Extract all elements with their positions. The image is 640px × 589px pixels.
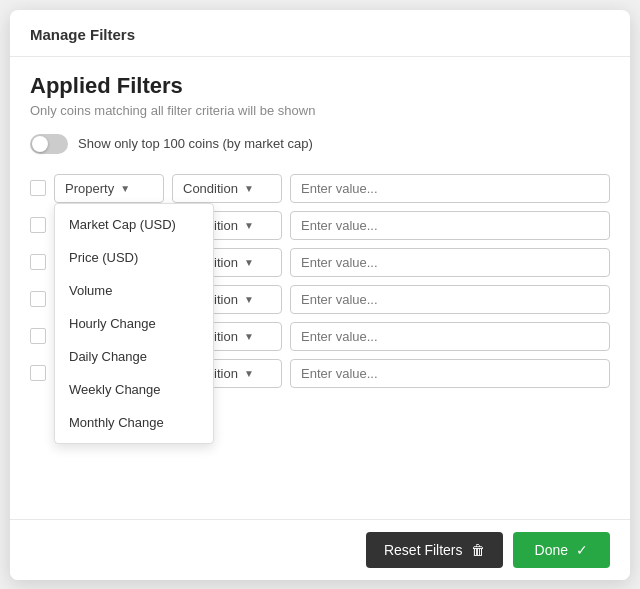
- toggle-row: Show only top 100 coins (by market cap): [30, 134, 610, 154]
- modal-footer: Reset Filters 🗑 Done ✓: [10, 519, 630, 580]
- condition-select-1-label: Condition: [183, 181, 238, 196]
- condition-caret-6: ▼: [244, 368, 254, 379]
- top-coins-toggle[interactable]: [30, 134, 68, 154]
- filter-checkbox-3[interactable]: [30, 254, 46, 270]
- dropdown-item-market-cap[interactable]: Market Cap (USD): [55, 208, 213, 241]
- condition-caret-5: ▼: [244, 331, 254, 342]
- property-caret-1: ▼: [120, 183, 130, 194]
- filter-checkbox-1[interactable]: [30, 180, 46, 196]
- dropdown-item-daily-change[interactable]: Daily Change: [55, 340, 213, 373]
- reset-filters-label: Reset Filters: [384, 542, 463, 558]
- done-label: Done: [535, 542, 568, 558]
- modal-header: Manage Filters: [10, 10, 630, 57]
- value-input-6[interactable]: [290, 359, 610, 388]
- checkmark-icon: ✓: [576, 542, 588, 558]
- reset-filters-button[interactable]: Reset Filters 🗑: [366, 532, 503, 568]
- property-dropdown-menu: Market Cap (USD) Price (USD) Volume Hour…: [54, 203, 214, 444]
- trash-icon: 🗑: [471, 542, 485, 558]
- value-input-1[interactable]: [290, 174, 610, 203]
- toggle-knob: [32, 136, 48, 152]
- dropdown-item-price[interactable]: Price (USD): [55, 241, 213, 274]
- modal-body: Applied Filters Only coins matching all …: [10, 57, 630, 519]
- condition-caret-3: ▼: [244, 257, 254, 268]
- property-select-1[interactable]: Property ▼: [54, 174, 164, 203]
- value-input-4[interactable]: [290, 285, 610, 314]
- condition-caret-2: ▼: [244, 220, 254, 231]
- modal-title: Manage Filters: [30, 26, 135, 43]
- filter-checkbox-6[interactable]: [30, 365, 46, 381]
- dropdown-item-monthly-change[interactable]: Monthly Change: [55, 406, 213, 439]
- value-input-2[interactable]: [290, 211, 610, 240]
- value-input-3[interactable]: [290, 248, 610, 277]
- condition-caret-1: ▼: [244, 183, 254, 194]
- done-button[interactable]: Done ✓: [513, 532, 610, 568]
- condition-caret-4: ▼: [244, 294, 254, 305]
- toggle-label: Show only top 100 coins (by market cap): [78, 136, 313, 151]
- manage-filters-modal: Manage Filters Applied Filters Only coin…: [10, 10, 630, 580]
- applied-filters-subtitle: Only coins matching all filter criteria …: [30, 103, 610, 118]
- dropdown-item-volume[interactable]: Volume: [55, 274, 213, 307]
- dropdown-item-weekly-change[interactable]: Weekly Change: [55, 373, 213, 406]
- property-dropdown-wrapper-1: Property ▼ Market Cap (USD) Price (USD) …: [54, 174, 164, 203]
- filter-checkbox-4[interactable]: [30, 291, 46, 307]
- property-select-1-label: Property: [65, 181, 114, 196]
- condition-select-1[interactable]: Condition ▼: [172, 174, 282, 203]
- filter-checkbox-2[interactable]: [30, 217, 46, 233]
- filter-row-1: Property ▼ Market Cap (USD) Price (USD) …: [30, 174, 610, 203]
- applied-filters-heading: Applied Filters: [30, 73, 610, 99]
- value-input-5[interactable]: [290, 322, 610, 351]
- filter-checkbox-5[interactable]: [30, 328, 46, 344]
- dropdown-item-hourly-change[interactable]: Hourly Change: [55, 307, 213, 340]
